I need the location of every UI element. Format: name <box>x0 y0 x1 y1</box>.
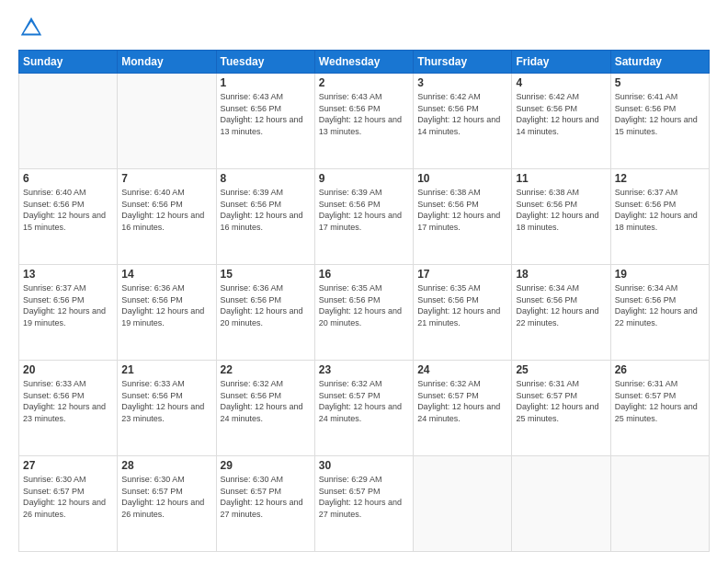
day-number: 6 <box>23 172 113 185</box>
day-info: Sunrise: 6:33 AM Sunset: 6:56 PM Dayligh… <box>121 378 211 424</box>
calendar-day-cell <box>610 456 709 552</box>
day-number: 1 <box>221 76 311 89</box>
day-info: Sunrise: 6:37 AM Sunset: 6:56 PM Dayligh… <box>615 187 705 233</box>
calendar-day-cell: 21Sunrise: 6:33 AM Sunset: 6:56 PM Dayli… <box>118 361 216 456</box>
weekday-header: Saturday <box>610 51 709 74</box>
day-number: 12 <box>615 172 705 185</box>
day-info: Sunrise: 6:31 AM Sunset: 6:57 PM Dayligh… <box>615 378 705 424</box>
weekday-header: Friday <box>512 51 610 74</box>
calendar-day-cell: 14Sunrise: 6:36 AM Sunset: 6:56 PM Dayli… <box>118 265 216 361</box>
calendar-week-row: 20Sunrise: 6:33 AM Sunset: 6:56 PM Dayli… <box>19 361 710 456</box>
day-info: Sunrise: 6:39 AM Sunset: 6:56 PM Dayligh… <box>319 187 409 233</box>
calendar-week-row: 27Sunrise: 6:30 AM Sunset: 6:57 PM Dayli… <box>19 456 710 552</box>
day-info: Sunrise: 6:29 AM Sunset: 6:57 PM Dayligh… <box>319 474 409 520</box>
calendar-header-row: SundayMondayTuesdayWednesdayThursdayFrid… <box>19 51 710 74</box>
day-info: Sunrise: 6:32 AM Sunset: 6:57 PM Dayligh… <box>319 378 409 424</box>
calendar-day-cell: 5Sunrise: 6:41 AM Sunset: 6:56 PM Daylig… <box>610 74 709 169</box>
day-info: Sunrise: 6:43 AM Sunset: 6:56 PM Dayligh… <box>221 91 311 137</box>
day-info: Sunrise: 6:40 AM Sunset: 6:56 PM Dayligh… <box>121 187 211 233</box>
calendar-week-row: 13Sunrise: 6:37 AM Sunset: 6:56 PM Dayli… <box>19 265 710 361</box>
weekday-header: Monday <box>118 51 216 74</box>
day-number: 30 <box>319 459 409 472</box>
day-info: Sunrise: 6:42 AM Sunset: 6:56 PM Dayligh… <box>417 91 507 137</box>
day-number: 11 <box>516 172 606 185</box>
calendar-day-cell: 16Sunrise: 6:35 AM Sunset: 6:56 PM Dayli… <box>314 265 413 361</box>
day-number: 2 <box>319 76 409 89</box>
day-number: 25 <box>516 363 606 376</box>
calendar-day-cell: 23Sunrise: 6:32 AM Sunset: 6:57 PM Dayli… <box>314 361 413 456</box>
calendar-day-cell: 18Sunrise: 6:34 AM Sunset: 6:56 PM Dayli… <box>512 265 610 361</box>
day-info: Sunrise: 6:30 AM Sunset: 6:57 PM Dayligh… <box>23 474 113 520</box>
calendar-day-cell: 19Sunrise: 6:34 AM Sunset: 6:56 PM Dayli… <box>610 265 709 361</box>
weekday-header: Tuesday <box>216 51 314 74</box>
day-info: Sunrise: 6:43 AM Sunset: 6:56 PM Dayligh… <box>319 91 409 137</box>
day-number: 27 <box>23 459 113 472</box>
calendar-day-cell: 3Sunrise: 6:42 AM Sunset: 6:56 PM Daylig… <box>414 74 512 169</box>
logo-icon <box>18 15 44 40</box>
day-number: 29 <box>221 459 311 472</box>
calendar-table: SundayMondayTuesdayWednesdayThursdayFrid… <box>18 50 710 552</box>
calendar-day-cell: 8Sunrise: 6:39 AM Sunset: 6:56 PM Daylig… <box>216 169 314 265</box>
day-info: Sunrise: 6:30 AM Sunset: 6:57 PM Dayligh… <box>221 474 311 520</box>
day-info: Sunrise: 6:34 AM Sunset: 6:56 PM Dayligh… <box>516 282 606 328</box>
calendar-day-cell <box>512 456 610 552</box>
calendar-day-cell: 6Sunrise: 6:40 AM Sunset: 6:56 PM Daylig… <box>19 169 118 265</box>
day-number: 22 <box>221 363 311 376</box>
calendar-day-cell <box>19 74 118 169</box>
day-number: 17 <box>417 268 507 281</box>
calendar-day-cell: 13Sunrise: 6:37 AM Sunset: 6:56 PM Dayli… <box>19 265 118 361</box>
calendar-day-cell: 15Sunrise: 6:36 AM Sunset: 6:56 PM Dayli… <box>216 265 314 361</box>
calendar-day-cell: 17Sunrise: 6:35 AM Sunset: 6:56 PM Dayli… <box>414 265 512 361</box>
day-number: 23 <box>319 363 409 376</box>
day-number: 9 <box>319 172 409 185</box>
day-number: 8 <box>221 172 311 185</box>
day-number: 15 <box>221 268 311 281</box>
calendar-day-cell: 27Sunrise: 6:30 AM Sunset: 6:57 PM Dayli… <box>19 456 118 552</box>
day-info: Sunrise: 6:32 AM Sunset: 6:56 PM Dayligh… <box>221 378 311 424</box>
day-info: Sunrise: 6:31 AM Sunset: 6:57 PM Dayligh… <box>516 378 606 424</box>
calendar-day-cell <box>118 74 216 169</box>
day-info: Sunrise: 6:32 AM Sunset: 6:57 PM Dayligh… <box>417 378 507 424</box>
day-info: Sunrise: 6:35 AM Sunset: 6:56 PM Dayligh… <box>417 282 507 328</box>
day-number: 18 <box>516 268 606 281</box>
day-info: Sunrise: 6:33 AM Sunset: 6:56 PM Dayligh… <box>23 378 113 424</box>
day-number: 16 <box>319 268 409 281</box>
calendar-day-cell: 10Sunrise: 6:38 AM Sunset: 6:56 PM Dayli… <box>414 169 512 265</box>
day-info: Sunrise: 6:39 AM Sunset: 6:56 PM Dayligh… <box>221 187 311 233</box>
calendar-day-cell: 12Sunrise: 6:37 AM Sunset: 6:56 PM Dayli… <box>610 169 709 265</box>
day-info: Sunrise: 6:42 AM Sunset: 6:56 PM Dayligh… <box>516 91 606 137</box>
header <box>18 15 710 40</box>
day-info: Sunrise: 6:36 AM Sunset: 6:56 PM Dayligh… <box>221 282 311 328</box>
logo <box>18 15 48 40</box>
calendar-day-cell: 25Sunrise: 6:31 AM Sunset: 6:57 PM Dayli… <box>512 361 610 456</box>
day-number: 3 <box>417 76 507 89</box>
day-info: Sunrise: 6:41 AM Sunset: 6:56 PM Dayligh… <box>615 91 705 137</box>
day-info: Sunrise: 6:35 AM Sunset: 6:56 PM Dayligh… <box>319 282 409 328</box>
day-number: 4 <box>516 76 606 89</box>
day-number: 24 <box>417 363 507 376</box>
day-info: Sunrise: 6:34 AM Sunset: 6:56 PM Dayligh… <box>615 282 705 328</box>
day-number: 13 <box>23 268 113 281</box>
day-number: 19 <box>615 268 705 281</box>
day-number: 7 <box>121 172 211 185</box>
calendar-day-cell: 24Sunrise: 6:32 AM Sunset: 6:57 PM Dayli… <box>414 361 512 456</box>
day-info: Sunrise: 6:36 AM Sunset: 6:56 PM Dayligh… <box>121 282 211 328</box>
calendar-day-cell: 26Sunrise: 6:31 AM Sunset: 6:57 PM Dayli… <box>610 361 709 456</box>
day-info: Sunrise: 6:37 AM Sunset: 6:56 PM Dayligh… <box>23 282 113 328</box>
calendar-day-cell: 7Sunrise: 6:40 AM Sunset: 6:56 PM Daylig… <box>118 169 216 265</box>
day-number: 5 <box>615 76 705 89</box>
calendar-week-row: 6Sunrise: 6:40 AM Sunset: 6:56 PM Daylig… <box>19 169 710 265</box>
weekday-header: Wednesday <box>314 51 413 74</box>
day-info: Sunrise: 6:40 AM Sunset: 6:56 PM Dayligh… <box>23 187 113 233</box>
page: SundayMondayTuesdayWednesdayThursdayFrid… <box>0 0 728 563</box>
calendar-day-cell <box>414 456 512 552</box>
day-number: 26 <box>615 363 705 376</box>
weekday-header: Thursday <box>414 51 512 74</box>
weekday-header: Sunday <box>19 51 118 74</box>
day-info: Sunrise: 6:30 AM Sunset: 6:57 PM Dayligh… <box>121 474 211 520</box>
calendar-day-cell: 28Sunrise: 6:30 AM Sunset: 6:57 PM Dayli… <box>118 456 216 552</box>
calendar-day-cell: 1Sunrise: 6:43 AM Sunset: 6:56 PM Daylig… <box>216 74 314 169</box>
day-info: Sunrise: 6:38 AM Sunset: 6:56 PM Dayligh… <box>417 187 507 233</box>
calendar-day-cell: 20Sunrise: 6:33 AM Sunset: 6:56 PM Dayli… <box>19 361 118 456</box>
day-number: 28 <box>121 459 211 472</box>
